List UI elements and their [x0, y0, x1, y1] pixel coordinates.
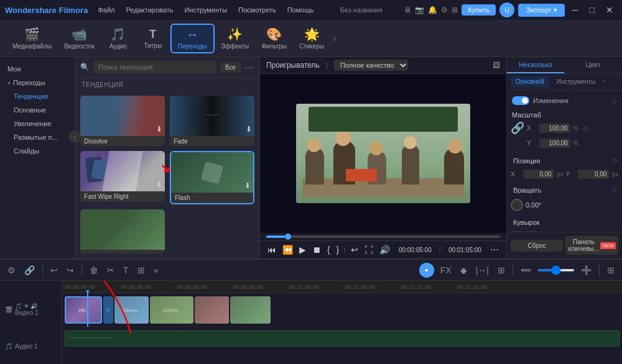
download-flash-icon[interactable]: ⬇	[244, 181, 251, 190]
scale-x-input[interactable]	[539, 124, 570, 133]
transition-flash[interactable]: ⬇ Flash	[170, 151, 254, 204]
transition-fade[interactable]: 〰 ⬇ Fade	[170, 96, 254, 146]
timeline-zoom-slider[interactable]	[537, 269, 575, 271]
download-icon[interactable]: ⬇	[156, 125, 162, 134]
pause-button[interactable]: ⏹	[311, 243, 322, 256]
collapse-panel-button[interactable]: ‹	[68, 130, 81, 143]
timeline-zoom-out-button[interactable]: ➖	[518, 264, 534, 276]
all-button[interactable]: Все	[220, 62, 241, 73]
download-fastwipe-icon[interactable]: ⬇	[156, 180, 162, 189]
mark-out-button[interactable]: }	[335, 243, 341, 256]
more-options-button[interactable]: ⋯	[244, 61, 254, 73]
subtabs-more-icon[interactable]: ›	[603, 76, 605, 87]
timeline-snap-button[interactable]: |↔|	[473, 264, 491, 276]
tab-multiple[interactable]: Несколько	[507, 57, 565, 73]
timeline-cut-button[interactable]: ✂	[104, 264, 117, 276]
changes-diamond-icon[interactable]: ◇	[612, 98, 617, 104]
transition-fastwipe[interactable]: ⬇ Fast Wipe Right	[80, 151, 165, 202]
tool-media[interactable]: 🎬 Медиафайлы	[6, 24, 58, 52]
timeline-more-button[interactable]: »	[151, 264, 161, 276]
tool-video[interactable]: 📹 Видеосток	[58, 24, 101, 52]
timeline-redo-button[interactable]: ↪	[64, 264, 77, 276]
position-diamond-icon[interactable]: ◇	[612, 157, 617, 163]
download-fade-icon[interactable]: ⬇	[246, 125, 252, 134]
video-clip-2[interactable]: Объект...	[114, 296, 149, 324]
timeline-settings-button[interactable]: ⚙	[5, 264, 18, 276]
left-slides[interactable]: Слайды	[0, 144, 75, 158]
user-avatar[interactable]: U	[499, 2, 514, 17]
video-clip-5[interactable]	[230, 296, 271, 324]
position-x-input[interactable]	[523, 170, 554, 179]
left-tendency[interactable]: Тенденция	[0, 89, 75, 103]
left-basic[interactable]: Основные	[0, 103, 75, 117]
left-mine[interactable]: Мои	[0, 62, 75, 76]
left-transitions[interactable]: ▾ Переходы	[0, 76, 75, 89]
tool-effects[interactable]: ✨ Эффекты	[215, 24, 255, 52]
menu-view[interactable]: Посмотреть	[233, 5, 281, 15]
skip-back-button[interactable]: ⏮	[266, 243, 277, 256]
more-controls-button[interactable]: ⋯	[489, 243, 500, 256]
timeline-link-button[interactable]: 🔗	[22, 264, 37, 276]
search-input[interactable]	[93, 61, 216, 73]
tab-color[interactable]: Цвет	[564, 57, 622, 73]
timeline-clip-btn[interactable]: ●	[419, 263, 434, 278]
timeline-delete-button[interactable]: 🗑	[87, 264, 101, 276]
close-button[interactable]: ✕	[602, 5, 617, 15]
maximize-button[interactable]: □	[586, 5, 598, 15]
left-blur[interactable]: Размытые п...	[0, 130, 75, 144]
preview-screenshot-button[interactable]: 🖼	[493, 61, 500, 70]
right-panel-bottom-actions: Сброс Панель ключевы... NEW	[507, 232, 622, 258]
play-button[interactable]: ▶	[298, 243, 307, 256]
timeline-zoom-in-button[interactable]: ➕	[578, 264, 594, 276]
timeline-fx-button[interactable]: FX	[438, 264, 454, 276]
timeline-undo-button[interactable]: ↩	[48, 264, 60, 276]
subtab-basic[interactable]: Основной	[511, 76, 549, 87]
export-button[interactable]: Экспорт ▾	[518, 4, 564, 17]
buy-button[interactable]: Купить	[462, 4, 496, 16]
fullscreen-button[interactable]: ⛶	[363, 243, 374, 256]
progress-bar[interactable]	[266, 235, 500, 238]
transition-dissolve[interactable]: ⬇ Dissolve	[80, 96, 165, 146]
timeline-grid-button[interactable]: ⊞	[495, 264, 508, 276]
video-clip-1[interactable]: 188...	[65, 296, 102, 324]
volume-button[interactable]: 🔊	[378, 243, 391, 256]
tool-titles[interactable]: T Титры	[136, 25, 170, 52]
reset-button[interactable]: Сброс	[511, 240, 564, 252]
menu-tools[interactable]: Инструменты	[179, 5, 232, 15]
timeline-layout-button[interactable]: ⊞	[605, 264, 617, 276]
frame-back-button[interactable]: ⏪	[281, 243, 294, 256]
timeline-text-button[interactable]: T	[121, 264, 131, 276]
transition-marker-1[interactable]: ⤧	[103, 296, 113, 324]
rotate-diamond-icon[interactable]: ◇	[612, 186, 617, 193]
tool-filters[interactable]: 🎨 Фильтры	[255, 24, 293, 52]
audio-clip-1[interactable]: 〰〰〰〰〰〰〰〰〰	[65, 330, 620, 347]
scale-y-input[interactable]	[539, 139, 570, 148]
video-clip-3[interactable]: 1200×9...	[150, 296, 193, 324]
menu-edit[interactable]: Редактировать	[121, 5, 178, 15]
toolbar-more[interactable]: ›	[330, 33, 338, 44]
timeline-keyframe-button[interactable]: ◆	[458, 264, 470, 276]
video-clip-4[interactable]	[195, 296, 229, 324]
changes-toggle[interactable]	[512, 96, 529, 105]
minimize-button[interactable]: ─	[569, 5, 582, 15]
left-zoom[interactable]: Увеличение	[0, 117, 75, 130]
scale-x-diamond-icon[interactable]: ◇	[583, 125, 588, 132]
subtab-tools[interactable]: Инструменты	[552, 76, 600, 87]
mark-in-button[interactable]: {	[326, 243, 332, 256]
keyframe-button[interactable]: Панель ключевы... NEW	[565, 236, 618, 255]
rotate-ctrl-button[interactable]: ↩	[350, 243, 360, 256]
quality-select[interactable]: Полное качество	[334, 60, 408, 71]
tool-audio[interactable]: 🎵 Аудио	[101, 24, 136, 52]
menu-help[interactable]: Помощь	[282, 5, 319, 15]
preview-panel: Проигрыватель | Полное качество 🖼	[260, 57, 506, 258]
menu-file[interactable]: Файл	[93, 5, 119, 15]
timeline-split-button[interactable]: ⊞	[135, 264, 147, 276]
progress-bar-container[interactable]	[260, 233, 506, 240]
left-slides-label: Слайды	[14, 147, 39, 155]
transition-extra[interactable]	[80, 209, 165, 253]
position-y-input[interactable]	[578, 170, 609, 179]
rotate-dial[interactable]	[511, 199, 523, 211]
tool-transitions[interactable]: ↔ Переходы	[170, 24, 215, 53]
scale-lock-icon[interactable]: 🔗	[511, 121, 524, 135]
tool-stickers[interactable]: 🌟 Стикеры	[293, 24, 330, 52]
